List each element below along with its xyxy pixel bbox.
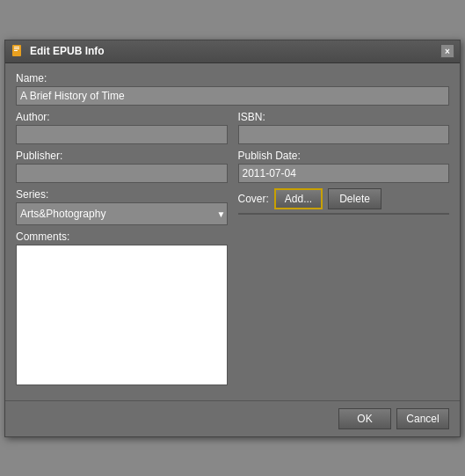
publish-date-group: Publish Date: (238, 150, 450, 183)
name-field-group: Name: (16, 72, 449, 106)
isbn-group: ISBN: (238, 111, 450, 144)
svg-rect-3 (14, 50, 18, 51)
series-cover-row: Series: Arts&Photography Fiction Non-Fic… (16, 188, 449, 388)
series-label: Series: (16, 188, 228, 201)
publisher-group: Publisher: (16, 150, 228, 183)
author-input[interactable] (16, 125, 228, 144)
publisher-date-row: Publisher: Publish Date: (16, 150, 449, 183)
comments-group: Comments: (16, 231, 228, 388)
name-input[interactable] (16, 86, 449, 106)
cancel-button[interactable]: Cancel (396, 408, 449, 429)
author-group: Author: (16, 111, 228, 144)
isbn-input[interactable] (238, 125, 450, 144)
dialog-title: Edit EPUB Info (30, 45, 105, 57)
publish-date-input[interactable] (238, 164, 450, 183)
author-label: Author: (16, 111, 228, 123)
publisher-input[interactable] (16, 164, 228, 183)
svg-rect-2 (14, 48, 19, 49)
epub-icon (11, 44, 25, 58)
name-label: Name: (16, 72, 449, 84)
series-group: Series: Arts&Photography Fiction Non-Fic… (16, 188, 228, 388)
publisher-label: Publisher: (16, 150, 228, 162)
svg-rect-1 (14, 47, 19, 48)
cover-header: Cover: Add... Delete (238, 188, 450, 209)
ok-button[interactable]: OK (338, 408, 391, 429)
cover-preview (238, 213, 450, 215)
add-button[interactable]: Add... (274, 188, 323, 209)
bottom-bar: OK Cancel (5, 400, 460, 436)
comments-label: Comments: (16, 231, 228, 243)
author-isbn-row: Author: ISBN: (16, 111, 449, 144)
titlebar: Edit EPUB Info × (5, 40, 460, 63)
cover-label: Cover: (238, 193, 269, 205)
isbn-label: ISBN: (238, 111, 450, 123)
series-select[interactable]: Arts&Photography Fiction Non-Fiction Sci… (16, 202, 228, 225)
delete-button[interactable]: Delete (328, 188, 381, 209)
publish-date-label: Publish Date: (238, 150, 450, 162)
dialog-body: Name: Author: ISBN: Publisher: Publish D… (5, 63, 460, 397)
cover-group: Cover: Add... Delete (238, 188, 450, 215)
close-button[interactable]: × (440, 44, 454, 58)
series-select-wrapper: Arts&Photography Fiction Non-Fiction Sci… (16, 202, 228, 225)
edit-epub-dialog: Edit EPUB Info × Name: Author: ISBN: Pub… (4, 40, 461, 437)
titlebar-left: Edit EPUB Info (11, 44, 105, 58)
comments-input[interactable] (16, 245, 228, 385)
